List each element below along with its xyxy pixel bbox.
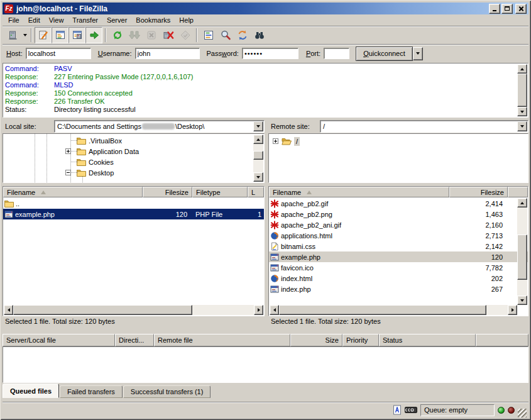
maximize-button[interactable] bbox=[501, 4, 513, 14]
filter-listings-button[interactable] bbox=[200, 27, 217, 43]
speed-limit-icon[interactable] bbox=[405, 406, 417, 414]
css-document-icon bbox=[270, 242, 279, 251]
column-header-filename[interactable]: Filename bbox=[269, 187, 449, 197]
column-header-direction[interactable]: Directi... bbox=[115, 334, 154, 346]
column-header-filesize[interactable]: Filesize bbox=[143, 187, 192, 197]
tab-successful-transfers[interactable]: Successful transfers (1) bbox=[123, 385, 211, 398]
remote-list-hscrollbar[interactable] bbox=[270, 305, 517, 315]
host-input[interactable] bbox=[26, 48, 91, 59]
minimize-button[interactable] bbox=[489, 4, 500, 14]
remote-directory-tree[interactable]: / bbox=[268, 133, 528, 183]
process-queue-button[interactable] bbox=[126, 27, 143, 43]
local-list-hscrollbar[interactable] bbox=[4, 305, 263, 315]
remote-site-combobox[interactable]: / bbox=[320, 120, 528, 133]
scroll-up-button[interactable] bbox=[517, 64, 527, 74]
file-row[interactable]: apache_pb2.gif 2,414 bbox=[269, 198, 528, 209]
log-scrollbar[interactable] bbox=[517, 64, 527, 116]
file-row[interactable]: index.php 267 bbox=[269, 284, 528, 294]
message-log[interactable]: Command:PASV Response:227 Entering Passi… bbox=[3, 63, 528, 118]
column-header-last-modified[interactable]: L bbox=[248, 187, 264, 197]
column-header-remote-file[interactable]: Remote file bbox=[154, 334, 290, 346]
scroll-down-button[interactable] bbox=[253, 172, 263, 182]
toggle-remote-tree-button[interactable] bbox=[68, 27, 85, 43]
menu-item-bookmarks[interactable]: Bookmarks bbox=[131, 15, 175, 25]
quickconnect-dropdown[interactable] bbox=[413, 47, 423, 60]
scroll-up-button[interactable] bbox=[517, 198, 527, 207]
scroll-down-button[interactable] bbox=[517, 296, 527, 305]
close-button[interactable] bbox=[515, 4, 527, 14]
file-row[interactable]: apache_pb2_ani.gif 2,160 bbox=[269, 219, 528, 230]
scroll-thumb[interactable] bbox=[517, 74, 527, 107]
menu-item-help[interactable]: Help bbox=[175, 15, 198, 25]
remote-site-dropdown[interactable] bbox=[517, 121, 527, 131]
file-row-example-php[interactable]: example.php 120 PHP File 1 bbox=[3, 209, 264, 219]
menu-item-server[interactable]: Server bbox=[102, 15, 131, 25]
expand-icon[interactable] bbox=[65, 148, 71, 154]
menu-item-view[interactable]: View bbox=[45, 15, 68, 25]
refresh-button[interactable] bbox=[109, 27, 126, 43]
expand-icon[interactable] bbox=[273, 138, 278, 144]
site-manager-button[interactable] bbox=[4, 27, 21, 43]
scroll-right-button[interactable] bbox=[508, 305, 517, 315]
toggle-transfer-queue-button[interactable] bbox=[85, 27, 102, 43]
column-header-size[interactable]: Size bbox=[290, 334, 342, 346]
local-tree-scrollbar[interactable] bbox=[253, 135, 263, 182]
scroll-thumb[interactable] bbox=[517, 235, 527, 280]
scroll-down-button[interactable] bbox=[517, 107, 527, 116]
scroll-thumb[interactable] bbox=[13, 305, 192, 315]
scroll-left-button[interactable] bbox=[270, 305, 279, 315]
column-header-filetype[interactable]: Filetype bbox=[192, 187, 248, 197]
tree-item-virtualbox[interactable]: .VirtualBox bbox=[3, 135, 253, 146]
file-row[interactable]: applications.html 2,713 bbox=[269, 230, 528, 241]
reconnect-button[interactable] bbox=[177, 27, 194, 43]
tree-item-desktop[interactable]: Desktop bbox=[3, 167, 253, 178]
resize-grip[interactable] bbox=[518, 409, 527, 417]
file-row[interactable]: favicon.ico 7,782 bbox=[269, 262, 528, 273]
local-site-combobox[interactable]: C:\Documents and Settings\Desktop\ bbox=[54, 120, 265, 133]
file-row[interactable]: index.html 202 bbox=[269, 273, 528, 284]
arrow-right-icon bbox=[258, 308, 260, 312]
tree-item-cookies[interactable]: Cookies bbox=[3, 157, 253, 167]
file-row[interactable]: apache_pb2.png 1,463 bbox=[269, 209, 528, 219]
tab-queued-files[interactable]: Queued files bbox=[3, 384, 59, 398]
scroll-up-button[interactable] bbox=[253, 135, 263, 144]
tree-item-root[interactable]: / bbox=[269, 136, 517, 146]
synchronized-browsing-button[interactable] bbox=[234, 27, 251, 43]
column-header-status[interactable]: Status bbox=[379, 334, 476, 346]
toggle-message-log-button[interactable] bbox=[35, 27, 52, 43]
cancel-operation-button[interactable] bbox=[143, 27, 160, 43]
column-header-filesize[interactable]: Filesize bbox=[449, 187, 508, 197]
tree-item-application-data[interactable]: Application Data bbox=[3, 146, 253, 157]
column-header-filename[interactable]: Filename bbox=[3, 187, 143, 197]
scroll-right-button[interactable] bbox=[254, 305, 263, 315]
queue-list[interactable] bbox=[3, 346, 528, 383]
menu-item-edit[interactable]: Edit bbox=[24, 15, 45, 25]
toggle-local-tree-button[interactable] bbox=[52, 27, 68, 43]
file-row[interactable]: bitnami.css 2,142 bbox=[269, 241, 528, 251]
scroll-left-button[interactable] bbox=[4, 305, 13, 315]
column-header-priority[interactable]: Priority bbox=[342, 334, 379, 346]
file-row-example-php[interactable]: example.php 120 bbox=[269, 251, 528, 262]
menu-item-transfer[interactable]: Transfer bbox=[68, 15, 102, 25]
site-manager-dropdown[interactable] bbox=[21, 28, 28, 43]
port-input[interactable] bbox=[324, 48, 349, 59]
compare-directories-button[interactable] bbox=[217, 27, 234, 43]
collapse-icon[interactable] bbox=[65, 170, 71, 175]
scroll-thumb[interactable] bbox=[253, 151, 263, 160]
quickconnect-button[interactable]: Quickconnect bbox=[356, 47, 413, 61]
disconnect-button[interactable] bbox=[160, 27, 177, 43]
local-directory-tree[interactable]: .VirtualBox Application Data Cookies Des… bbox=[3, 133, 265, 183]
remote-file-list[interactable]: Filename Filesize apache_pb2.gif 2,414 a… bbox=[268, 186, 528, 316]
menu-item-file[interactable]: File bbox=[4, 15, 24, 25]
find-files-button[interactable] bbox=[251, 27, 268, 43]
username-input[interactable] bbox=[135, 48, 200, 59]
title-bar[interactable]: Fz john@localhost - FileZilla bbox=[3, 3, 528, 14]
local-site-dropdown[interactable] bbox=[253, 121, 263, 131]
local-file-list[interactable]: Filename Filesize Filetype L .. example.… bbox=[3, 186, 265, 316]
file-row-parent-dir[interactable]: .. bbox=[3, 198, 264, 209]
column-header-server-local-file[interactable]: Server/Local file bbox=[3, 334, 115, 346]
remote-list-vscrollbar[interactable] bbox=[517, 198, 527, 305]
password-input[interactable] bbox=[242, 48, 298, 59]
tab-failed-transfers[interactable]: Failed transfers bbox=[60, 385, 123, 398]
scroll-thumb[interactable] bbox=[279, 305, 486, 315]
